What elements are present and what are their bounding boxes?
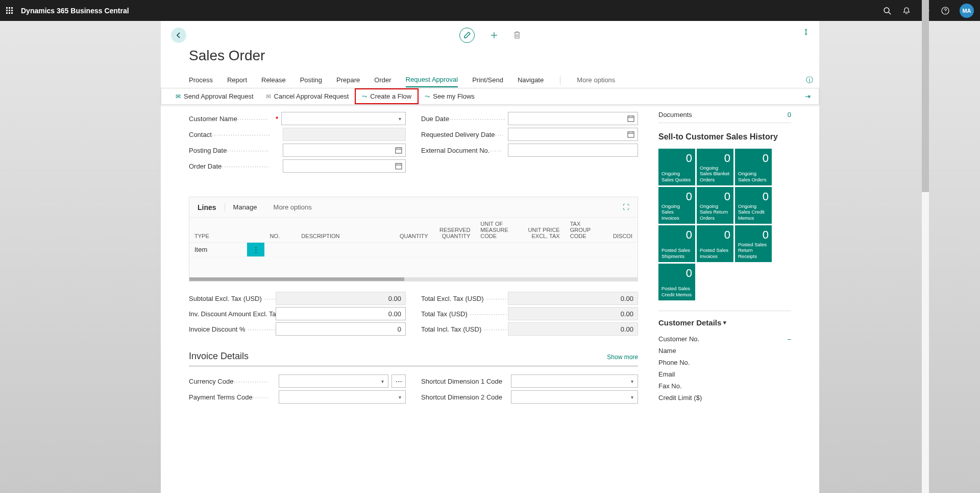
chevron-down-icon: ▾ bbox=[631, 379, 633, 384]
create-a-flow[interactable]: ⤳ Create a Flow bbox=[355, 88, 419, 104]
row-menu-icon[interactable]: ⋮ bbox=[247, 243, 264, 257]
send-icon: ✉ bbox=[176, 93, 181, 100]
more-options[interactable]: More options bbox=[577, 76, 615, 84]
documents-count[interactable]: 0 bbox=[788, 111, 791, 119]
tab-prepare[interactable]: Prepare bbox=[336, 73, 360, 87]
col-desc[interactable]: DESCRIPTION bbox=[296, 218, 391, 243]
cust-row[interactable]: Email bbox=[658, 368, 791, 380]
bell-icon[interactable] bbox=[901, 6, 912, 16]
expand-icon[interactable]: ⛶ bbox=[623, 203, 629, 211]
collapse-icon[interactable]: ⤢ bbox=[800, 26, 812, 38]
tile[interactable]: 0Posted Sales Shipments bbox=[658, 225, 695, 262]
label-posting-date: Posting Date bbox=[189, 147, 276, 154]
currency-input[interactable]: ▾ bbox=[279, 374, 388, 388]
tab-report[interactable]: Report bbox=[227, 73, 247, 87]
help-icon[interactable] bbox=[940, 6, 950, 16]
due-date-input[interactable] bbox=[508, 112, 638, 125]
new-button[interactable] bbox=[490, 31, 498, 39]
label-customer-name: Customer Name bbox=[189, 115, 276, 123]
req-delivery-input[interactable] bbox=[508, 128, 638, 141]
cust-row[interactable]: Phone No. bbox=[658, 357, 791, 368]
col-taxgroup[interactable]: TAX GROUP CODE bbox=[565, 218, 607, 243]
delete-button[interactable] bbox=[513, 31, 521, 39]
cust-row[interactable]: Fax No. bbox=[658, 380, 791, 392]
back-button[interactable] bbox=[171, 28, 186, 43]
search-icon[interactable] bbox=[882, 6, 892, 16]
dim2-input[interactable]: ▾ bbox=[511, 390, 638, 404]
posting-date-input[interactable] bbox=[283, 144, 406, 157]
cust-row[interactable]: Name bbox=[658, 345, 791, 357]
col-unitprice[interactable]: UNIT PRICE EXCL. TAX bbox=[518, 218, 565, 243]
horizontal-scrollbar[interactable] bbox=[189, 277, 638, 281]
tile[interactable]: 0Ongoing Sales Blanket Orders bbox=[697, 149, 733, 185]
sales-history-title: Sell-to Customer Sales History bbox=[658, 132, 791, 142]
tab-navigate[interactable]: Navigate bbox=[518, 73, 544, 87]
customer-details-title[interactable]: Customer Details ▾ bbox=[658, 311, 791, 327]
col-disc[interactable]: DISCOI bbox=[607, 218, 638, 243]
label-subtotal: Subtotal Excl. Tax (USD) bbox=[189, 295, 276, 302]
label-due-date: Due Date bbox=[421, 115, 508, 123]
tile[interactable]: 0Ongoing Sales Credit Memos bbox=[735, 187, 772, 224]
customer-name-input[interactable]: ▾ bbox=[281, 112, 406, 125]
required-icon: * bbox=[276, 115, 278, 123]
cust-row[interactable]: Customer No.– bbox=[658, 333, 791, 345]
label-totexcl: Total Excl. Tax (USD) bbox=[421, 295, 508, 302]
tab-process[interactable]: Process bbox=[189, 73, 213, 87]
lines-title: Lines bbox=[198, 203, 225, 212]
invpct-input[interactable]: 0 bbox=[276, 322, 406, 336]
contact-input bbox=[283, 128, 406, 141]
tab-posting[interactable]: Posting bbox=[300, 73, 322, 87]
svg-line-1 bbox=[889, 12, 891, 14]
chevron-down-icon: ▾ bbox=[381, 379, 384, 384]
col-qty[interactable]: QUANTITY bbox=[391, 218, 433, 243]
svg-rect-6 bbox=[396, 148, 402, 153]
tab-order[interactable]: Order bbox=[374, 73, 391, 87]
edit-button[interactable] bbox=[459, 28, 475, 43]
lines-manage[interactable]: Manage bbox=[225, 203, 265, 211]
send-approval-request[interactable]: ✉ Send Approval Request bbox=[169, 88, 260, 104]
pin-icon[interactable]: ⇥ bbox=[805, 92, 811, 100]
documents-label[interactable]: Documents bbox=[658, 111, 692, 119]
cancel-icon: ✉ bbox=[266, 93, 271, 100]
app-launcher-icon[interactable] bbox=[6, 7, 13, 14]
label-dim2: Shortcut Dimension 2 Code bbox=[421, 393, 508, 401]
order-date-input[interactable] bbox=[283, 159, 406, 173]
cancel-approval-request[interactable]: ✉ Cancel Approval Request bbox=[260, 88, 355, 104]
invdisc-input[interactable]: 0.00 bbox=[276, 307, 406, 320]
ellipsis-button[interactable]: ⋯ bbox=[391, 374, 406, 388]
tab-print-send[interactable]: Print/Send bbox=[472, 73, 503, 87]
calendar-icon bbox=[627, 131, 634, 138]
col-no[interactable]: NO. bbox=[264, 218, 296, 243]
ext-doc-input[interactable] bbox=[508, 144, 638, 157]
tile[interactable]: 0Ongoing Sales Orders bbox=[735, 149, 772, 185]
svg-rect-14 bbox=[628, 116, 634, 122]
invoice-details-title[interactable]: Invoice Details bbox=[189, 351, 249, 362]
tile[interactable]: 0Posted Sales Invoices bbox=[697, 225, 733, 262]
totexcl-value: 0.00 bbox=[508, 292, 638, 305]
show-more[interactable]: Show more bbox=[607, 354, 638, 361]
tile[interactable]: 0Posted Sales Return Receipts bbox=[735, 225, 772, 262]
tile[interactable]: 0Posted Sales Credit Memos bbox=[658, 264, 695, 300]
label-order-date: Order Date bbox=[189, 162, 276, 170]
lines-more[interactable]: More options bbox=[265, 203, 320, 211]
tab-request-approval[interactable]: Request Approval bbox=[406, 73, 458, 87]
vertical-scrollbar[interactable] bbox=[922, 0, 929, 493]
col-resqty[interactable]: RESERVED QUANTITY bbox=[433, 218, 476, 243]
tile[interactable]: 0Ongoing Sales Invoices bbox=[658, 187, 695, 224]
tab-release[interactable]: Release bbox=[261, 73, 286, 87]
payment-input[interactable]: ▾ bbox=[279, 390, 406, 404]
table-row[interactable]: Item ⋮ bbox=[189, 243, 638, 257]
tile[interactable]: 0Ongoing Sales Quotes bbox=[658, 149, 695, 185]
col-type[interactable]: TYPE bbox=[189, 218, 247, 243]
see-my-flows[interactable]: ⤳ See my Flows bbox=[419, 88, 481, 104]
avatar[interactable]: MA bbox=[960, 4, 974, 18]
label-dim1: Shortcut Dimension 1 Code bbox=[421, 378, 508, 385]
col-uom[interactable]: UNIT OF MEASURE CODE bbox=[475, 218, 518, 243]
info-icon[interactable]: ⓘ bbox=[806, 76, 813, 85]
dim1-input[interactable]: ▾ bbox=[511, 374, 638, 388]
cust-row[interactable]: Credit Limit ($) bbox=[658, 392, 791, 404]
tile[interactable]: 0Ongoing Sales Return Orders bbox=[697, 187, 733, 224]
totincl-value: 0.00 bbox=[508, 322, 638, 336]
page-card: ⤢ Sales Order Process Report Release Pos… bbox=[161, 21, 819, 493]
label-invdisc: Inv. Discount Amount Excl. Tax (... bbox=[189, 310, 276, 318]
